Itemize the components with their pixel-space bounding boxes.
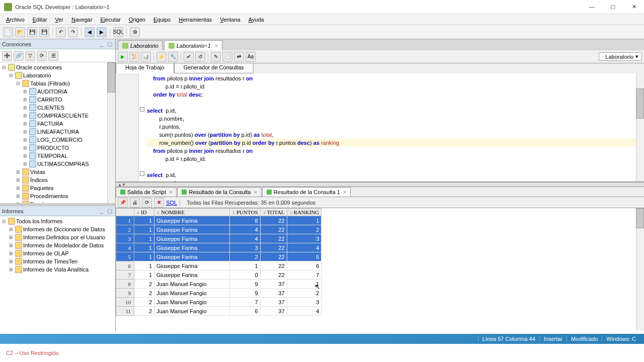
table-row[interactable]: 102Juan Manuel Fangio7373 xyxy=(116,298,321,307)
col-TOTAL[interactable]: ⇕TOTAL xyxy=(260,209,287,216)
menu-equipo[interactable]: Equipo xyxy=(149,15,175,24)
forward-button[interactable]: ▶ xyxy=(97,27,107,37)
tree-table-lineafactura[interactable]: ⊞LINEAFACTURA xyxy=(0,128,115,136)
report-informes-de-olap[interactable]: ⊞Informes de OLAP xyxy=(0,249,115,257)
new-button[interactable]: 📄 xyxy=(3,27,13,37)
table-row[interactable]: 82Juan Manuel Fangio9371 xyxy=(116,280,321,289)
table-row[interactable]: 51Giuseppe Farina2225 xyxy=(116,252,321,261)
editor-tab-Laboratorio~1[interactable]: Laboratorio~1× xyxy=(164,40,223,50)
tree-root[interactable]: ⊟Oracle conexiones xyxy=(0,63,115,71)
tree-node-paquetes[interactable]: ⊞Paquetes xyxy=(0,184,115,192)
panel-min-icon[interactable]: _ xyxy=(98,41,105,47)
table-row[interactable]: 31Giuseppe Farina4223 xyxy=(116,234,321,243)
tree-icon[interactable]: ☰ xyxy=(48,51,58,61)
table-row[interactable]: 11Giuseppe Farina8221 xyxy=(116,216,321,225)
run-script-button[interactable]: 📜 xyxy=(129,52,139,62)
undo-button[interactable]: ↶ xyxy=(56,27,66,37)
clear-button[interactable]: ✎ xyxy=(211,52,221,62)
table-row[interactable]: 21Giuseppe Farina4222 xyxy=(116,225,321,234)
open-button[interactable]: 📂 xyxy=(15,27,25,37)
panel-max-icon[interactable]: ▢ xyxy=(106,41,113,47)
result-tab-Resultado-de-la-Consulta-1[interactable]: Resultado de la Consulta 1× xyxy=(262,187,351,197)
menu-archivo[interactable]: Archivo xyxy=(2,15,29,24)
menu-ventana[interactable]: Ventana xyxy=(216,15,244,24)
ws-tab-Hoja-de-Trabajo[interactable]: Hoja de Trabajo xyxy=(116,63,174,73)
report-informes-de-timesten[interactable]: ⊞Informes de TimesTen xyxy=(0,257,115,265)
tree-table-auditoria[interactable]: ⊞AUDITORIA xyxy=(0,87,115,96)
pin-icon[interactable]: 📌 xyxy=(118,198,128,208)
tree-table-producto[interactable]: ⊞PRODUCTO xyxy=(0,144,115,152)
reports-tree[interactable]: ⊟Todos los Informes⊞Informes de Dicciona… xyxy=(0,216,115,331)
panel-max-icon[interactable]: ▢ xyxy=(106,208,113,214)
commit-button[interactable]: ✔ xyxy=(184,52,194,62)
result-grid[interactable]: ⇕ID⇕NOMBRE⇕PUNTOS⇕TOTAL⇕RANKING11Giusepp… xyxy=(116,208,644,331)
redo-button[interactable]: ↷ xyxy=(68,27,78,37)
autotrace-button[interactable]: ⚡ xyxy=(156,52,167,62)
editor-scrollbar[interactable] xyxy=(636,73,644,182)
report-informes-de-vista-analítica[interactable]: ⊞Informes de Vista Analítica xyxy=(0,265,115,274)
back-button[interactable]: ◀ xyxy=(85,27,95,37)
col-PUNTOS[interactable]: ⇕PUNTOS xyxy=(230,209,261,216)
reports-root[interactable]: ⊟Todos los Informes xyxy=(0,217,115,225)
report-informes-definidos-por-el-usuario[interactable]: ⊞Informes Definidos por el Usuario xyxy=(0,233,115,241)
results-splitter[interactable]: ▲▼ xyxy=(116,182,644,187)
explain-button[interactable]: 📊 xyxy=(141,52,151,62)
menu-ejecutar[interactable]: Ejecutar xyxy=(97,15,125,24)
format-button[interactable]: ⇄ xyxy=(234,52,244,62)
fold-marker[interactable]: - xyxy=(140,107,144,112)
col-ID[interactable]: ⇕ID xyxy=(134,209,154,216)
tree-table-temporal[interactable]: ⊞TEMPORAL xyxy=(0,152,115,160)
result-tab-Resultado-de-la-Consulta[interactable]: Resultado de la Consulta× xyxy=(177,187,261,197)
menu-ayuda[interactable]: Ayuda xyxy=(245,15,268,24)
save-button[interactable]: 💾 xyxy=(27,27,37,37)
minimize-button[interactable]: — xyxy=(586,4,598,10)
col-NOMBRE[interactable]: ⇕NOMBRE xyxy=(154,209,230,216)
maximize-button[interactable]: ▢ xyxy=(607,4,619,10)
tree-table-clientes[interactable]: ⊞CLIENTES xyxy=(0,104,115,112)
filter-icon[interactable]: ▽ xyxy=(25,51,35,61)
menu-ver[interactable]: Ver xyxy=(51,15,67,24)
connection-selector[interactable]: Laboratorio ▾ xyxy=(599,52,642,61)
table-row[interactable]: 41Giuseppe Farina3224 xyxy=(116,243,321,252)
tree-node-funciones[interactable]: ⊞Funciones xyxy=(0,200,115,203)
cancel-icon[interactable]: ✖ xyxy=(154,198,164,208)
tree-table-factura[interactable]: ⊞FACTURA xyxy=(0,120,115,128)
report-informes-de-modelador-de-datos[interactable]: ⊞Informes de Modelador de Datos xyxy=(0,241,115,249)
print-icon[interactable]: 🖨 xyxy=(130,198,140,208)
menu-origen[interactable]: Origen xyxy=(125,15,149,24)
report-informes-de-diccionario-de-datos[interactable]: ⊞Informes de Diccionario de Datos xyxy=(0,225,115,233)
connections-tree[interactable]: ⊟Oracle conexiones⊟Laboratorio⊟Tablas (F… xyxy=(0,62,115,203)
table-row[interactable]: 112Juan Manuel Fangio6374 xyxy=(116,307,321,316)
dba-button[interactable]: ⚙ xyxy=(130,27,140,37)
tree-table-ultimascompras[interactable]: ⊞ULTIMASCOMPRAS xyxy=(0,160,115,168)
panel-min-icon[interactable]: _ xyxy=(98,208,105,214)
rollback-button[interactable]: ↺ xyxy=(195,52,205,62)
close-button[interactable]: ✕ xyxy=(628,4,640,10)
run-button[interactable]: ▶ xyxy=(118,52,128,62)
menu-herramientas[interactable]: Herramientas xyxy=(175,15,216,24)
table-row[interactable]: 92Juan Manuel Fangio9372 xyxy=(116,289,321,298)
connect-icon[interactable]: 🔗 xyxy=(14,51,24,61)
table-row[interactable]: 61Giuseppe Farina1226 xyxy=(116,261,321,270)
fold-marker[interactable]: - xyxy=(140,171,144,176)
tree-node-índices[interactable]: ⊞Índices xyxy=(0,176,115,184)
tree-db[interactable]: ⊟Laboratorio xyxy=(0,71,115,79)
tree-node-procedimientos[interactable]: ⊞Procedimientos xyxy=(0,192,115,200)
refresh-result-icon[interactable]: ⟳ xyxy=(142,198,152,208)
col-RANKING[interactable]: ⇕RANKING xyxy=(287,209,321,216)
ws-tab-Generador-de-Consultas[interactable]: Generador de Consultas xyxy=(174,63,254,73)
tree-node-vistas[interactable]: ⊞Vistas xyxy=(0,168,115,176)
new-connection-button[interactable]: ➕ xyxy=(2,51,12,61)
refresh-icon[interactable]: ⟳ xyxy=(37,51,47,61)
tree-table-log_comercio[interactable]: ⊞LOG_COMERCIO xyxy=(0,136,115,144)
sql-link[interactable]: SQL xyxy=(166,200,177,206)
result-tab-Salida-de-Script[interactable]: Salida de Script× xyxy=(116,187,177,197)
tree-tables-folder[interactable]: ⊟Tablas (Filtrado) xyxy=(0,79,115,87)
sql-button[interactable]: SQL xyxy=(113,27,123,37)
tree-table-comprascliente[interactable]: ⊞COMPRASCLIENTE xyxy=(0,112,115,120)
menu-navegar[interactable]: Navegar xyxy=(67,15,97,24)
sql-editor[interactable]: -- from pilotos p inner join resultados … xyxy=(116,73,644,182)
table-row[interactable]: 71Giuseppe Farina0227 xyxy=(116,270,321,280)
tree-table-carrito[interactable]: ⊞CARRITO xyxy=(0,96,115,104)
grid-scrollbar[interactable] xyxy=(636,208,644,331)
